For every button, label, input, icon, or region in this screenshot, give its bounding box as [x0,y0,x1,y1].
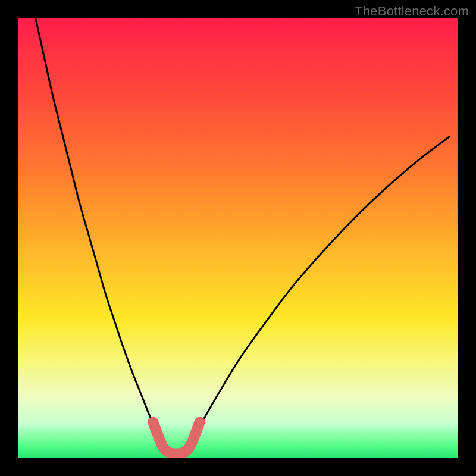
optimal-marker-start [148,417,158,427]
chart-svg [18,18,458,458]
watermark-text: TheBottleneck.com [355,4,469,19]
optimal-range-band [153,422,199,453]
plot-area [18,18,458,458]
optimal-marker-end [195,417,205,427]
chart-frame: TheBottleneck.com [0,0,476,476]
bottleneck-curve [36,18,450,454]
